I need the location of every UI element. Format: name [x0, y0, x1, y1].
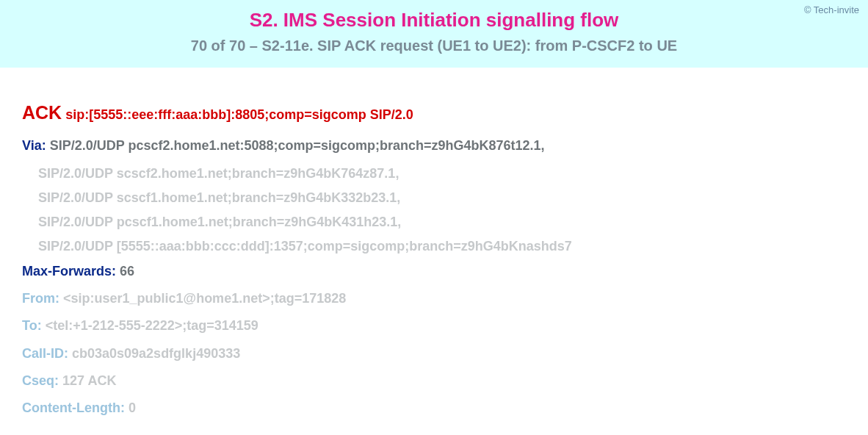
to-value: <tel:+1-212-555-2222>;tag=314159 [46, 318, 258, 333]
from-header: From: <sip:user1_public1@home1.net>;tag=… [22, 287, 846, 311]
page-subtitle: 70 of 70 – S2-11e. SIP ACK request (UE1 … [0, 37, 868, 54]
cseq-label: Cseq: [22, 373, 59, 388]
via-label: Via: [22, 138, 46, 153]
max-forwards-header: Max-Forwards: 66 [22, 259, 846, 284]
cseq-value: 127 ACK [62, 373, 116, 388]
to-label: To: [22, 318, 42, 333]
call-id-header: Call-ID: cb03a0s09a2sdfglkj490333 [22, 342, 846, 366]
via-continuation: SIP/2.0/UDP scscf1.home1.net;branch=z9hG… [22, 186, 846, 210]
page-title: S2. IMS Session Initiation signalling fl… [0, 9, 868, 32]
sip-message-content: ACK sip:[5555::eee:fff:aaa:bbb]:8805;com… [0, 68, 868, 431]
sip-method: ACK [22, 102, 62, 123]
copyright-text: © Tech-invite [804, 4, 859, 15]
via-value-first: SIP/2.0/UDP pcscf2.home1.net:5088;comp=s… [50, 138, 545, 153]
from-value: <sip:user1_public1@home1.net>;tag=171828 [63, 291, 346, 306]
to-header: To: <tel:+1-212-555-2222>;tag=314159 [22, 314, 846, 338]
max-forwards-label: Max-Forwards: [22, 264, 116, 278]
call-id-value: cb03a0s09a2sdfglkj490333 [72, 346, 240, 361]
content-length-label: Content-Length: [22, 400, 125, 415]
max-forwards-value: 66 [120, 264, 134, 278]
content-length-header: Content-Length: 0 [22, 396, 846, 420]
request-uri: sip:[5555::eee:fff:aaa:bbb]:8805;comp=si… [65, 107, 413, 122]
via-header: Via: SIP/2.0/UDP pcscf2.home1.net:5088;c… [22, 134, 846, 158]
call-id-label: Call-ID: [22, 346, 68, 361]
cseq-header: Cseq: 127 ACK [22, 369, 846, 393]
via-continuation: SIP/2.0/UDP [5555::aaa:bbb:ccc:ddd]:1357… [22, 234, 846, 259]
request-line: ACK sip:[5555::eee:fff:aaa:bbb]:8805;com… [22, 96, 846, 129]
header-banner: © Tech-invite S2. IMS Session Initiation… [0, 0, 868, 68]
via-continuation: SIP/2.0/UDP pcscf1.home1.net;branch=z9hG… [22, 210, 846, 234]
content-length-value: 0 [129, 400, 136, 415]
via-continuation: SIP/2.0/UDP scscf2.home1.net;branch=z9hG… [22, 162, 846, 186]
from-label: From: [22, 291, 59, 306]
